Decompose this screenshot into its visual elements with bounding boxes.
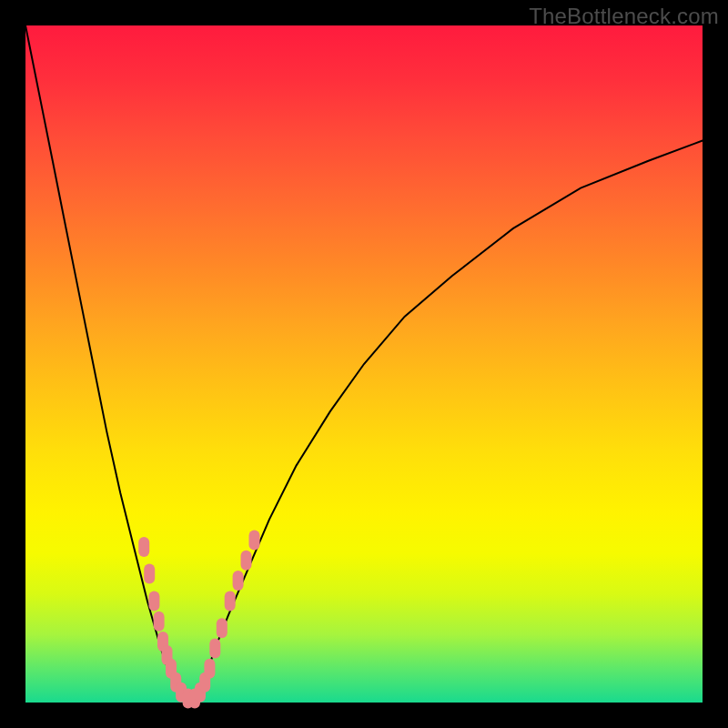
curve-right: [188, 141, 703, 703]
chart-svg: [25, 25, 703, 703]
dot: [233, 571, 244, 591]
dot: [138, 537, 149, 557]
dot: [148, 591, 159, 611]
highlight-dots: [138, 530, 259, 708]
dot: [217, 618, 228, 638]
dot: [144, 564, 155, 584]
curve-left: [25, 25, 188, 703]
dot: [154, 612, 165, 632]
curve-group: [25, 25, 703, 703]
dot: [241, 551, 252, 571]
dot: [249, 530, 260, 550]
chart-frame: TheBottleneck.com: [0, 0, 728, 728]
dot: [225, 591, 236, 611]
dot: [209, 639, 220, 659]
dot: [204, 659, 215, 679]
